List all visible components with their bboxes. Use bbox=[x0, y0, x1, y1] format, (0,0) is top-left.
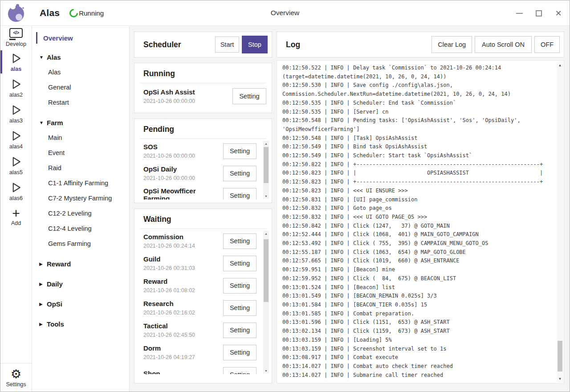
setting-button[interactable]: Setting bbox=[223, 278, 256, 294]
chevron-right-icon: ▶ bbox=[39, 302, 47, 306]
setting-button[interactable]: Setting bbox=[223, 188, 256, 200]
log-line: 00:12:52.444 | INFO | Click (1068, 401) … bbox=[282, 230, 551, 239]
nav-group-header-farm[interactable]: ▼ Farm bbox=[32, 115, 129, 130]
task-row: OpSi Ash Assist 2021-10-26 00:00:00 Sett… bbox=[134, 85, 272, 107]
task-row: Commission 2021-10-26 00:24:14 Setting bbox=[134, 230, 272, 252]
rail-item-alas2[interactable]: alas2 bbox=[0, 75, 32, 101]
setting-button[interactable]: Setting bbox=[223, 166, 256, 181]
log-line: (target=datetime.datetime(2021, 10, 26, … bbox=[282, 73, 551, 82]
nav-item-main[interactable]: Main bbox=[32, 130, 129, 145]
start-button[interactable]: Start bbox=[215, 37, 239, 53]
nav-item-overview[interactable]: Overview bbox=[32, 31, 129, 45]
app-name: Alas bbox=[40, 8, 60, 18]
task-time: 2021-10-26 00:00:00 bbox=[143, 98, 232, 104]
log-line: 00:12:50.832 | INFO | <<< UI GOTO PAGE_O… bbox=[282, 213, 551, 222]
nav-item-label: Raid bbox=[48, 164, 61, 172]
log-viewer[interactable]: 00:12:50.522 | INFO | Delay task `Commis… bbox=[277, 60, 564, 384]
scroll-down-icon[interactable]: ▼ bbox=[557, 376, 563, 382]
task-row: Shop Setting bbox=[134, 363, 272, 374]
log-scrollbar[interactable]: ▲ ▼ bbox=[557, 61, 563, 383]
nav-item-c12-4-leveling[interactable]: C12-4 Leveling bbox=[32, 221, 129, 236]
rail-item-add[interactable]: + Add bbox=[0, 204, 32, 230]
nav-item-restart[interactable]: Restart bbox=[32, 95, 129, 110]
rail-item-develop[interactable]: </> Develop bbox=[0, 26, 32, 49]
alas-logo-icon bbox=[8, 4, 25, 22]
setting-button[interactable]: Setting bbox=[232, 88, 266, 104]
setting-button[interactable]: Setting bbox=[223, 256, 256, 271]
nav-item-label: C12-4 Leveling bbox=[48, 225, 92, 232]
nav-item-raid[interactable]: Raid bbox=[32, 160, 129, 176]
task-name: OpSi Meowfficer Farming bbox=[143, 187, 210, 200]
rail-item-alas3[interactable]: alas3 bbox=[0, 101, 32, 127]
setting-button[interactable]: Setting bbox=[223, 143, 256, 159]
auto-scroll-off-button[interactable]: OFF bbox=[534, 36, 560, 53]
rail-item-label: alas bbox=[11, 66, 21, 72]
scrollbar-thumb[interactable] bbox=[558, 341, 562, 372]
instance-rail: </> Develop alas alas2 alas3 alas4 bbox=[0, 26, 32, 392]
rail-item-alas[interactable]: alas bbox=[0, 49, 32, 75]
nav-item-c7-2-mystery-farming[interactable]: C7-2 Mystery Farming bbox=[32, 191, 129, 206]
log-line: 00:12:50.530 | INFO | Save config ./conf… bbox=[282, 81, 551, 90]
task-time: 2021-10-26 01:08:02 bbox=[143, 287, 223, 294]
scroll-down-icon[interactable]: ▼ bbox=[263, 193, 269, 199]
setting-button[interactable]: Setting bbox=[223, 323, 256, 338]
nav-item-label: Event bbox=[48, 149, 65, 156]
scroll-up-icon[interactable]: ▲ bbox=[557, 62, 563, 68]
log-line: 00:12:50.823 | INFO | +-----------------… bbox=[282, 178, 551, 187]
maximize-button[interactable] bbox=[532, 7, 546, 20]
scrollbar-thumb[interactable] bbox=[264, 239, 269, 302]
setting-button[interactable]: Setting bbox=[223, 233, 256, 249]
nav-group-header-reward[interactable]: ▶ Reward bbox=[32, 256, 129, 271]
play-icon bbox=[9, 78, 23, 91]
log-column: Log Clear Log Auto Scroll ON OFF 00:12:5… bbox=[277, 32, 564, 384]
chevron-down-icon: ▼ bbox=[39, 120, 47, 125]
nav-group-header-daily[interactable]: ▶ Daily bbox=[32, 276, 129, 291]
nav-item-event[interactable]: Event bbox=[32, 145, 129, 160]
nav-item-general[interactable]: General bbox=[32, 80, 129, 95]
rail-item-alas5[interactable]: alas5 bbox=[0, 152, 32, 178]
setting-button[interactable]: Setting bbox=[223, 345, 256, 360]
chevron-right-icon: ▶ bbox=[39, 282, 47, 286]
log-line: 00:12:50.842 | INFO | Click (1247, 37) @… bbox=[282, 222, 551, 231]
scroll-down-icon[interactable]: ▼ bbox=[263, 368, 269, 373]
nav-item-alas[interactable]: Alas bbox=[32, 65, 129, 80]
setting-button[interactable]: Setting bbox=[223, 367, 256, 375]
auto-scroll-on-button[interactable]: Auto Scroll ON bbox=[475, 36, 532, 53]
running-spinner-icon bbox=[68, 7, 80, 19]
rail-item-label: alas2 bbox=[9, 92, 23, 98]
waiting-scrollbar[interactable]: ▲ ▼ bbox=[263, 231, 269, 373]
chevron-down-icon: ▼ bbox=[39, 55, 47, 60]
rail-item-alas6[interactable]: alas6 bbox=[0, 178, 32, 204]
scrollbar-thumb[interactable] bbox=[264, 147, 269, 183]
scheduler-status-text: Running bbox=[79, 9, 104, 17]
task-name: Shop bbox=[143, 370, 210, 374]
scroll-up-icon[interactable]: ▲ bbox=[263, 141, 269, 146]
log-line: 00:12:50.535 | INFO | Scheduler: End tas… bbox=[282, 99, 551, 108]
task-name: OpSi Daily bbox=[143, 165, 210, 173]
log-line: 00:13:14.027 | INFO | Submarine call tim… bbox=[282, 371, 551, 380]
waiting-title: Waiting bbox=[134, 215, 272, 224]
scroll-up-icon[interactable]: ▲ bbox=[263, 231, 269, 236]
rail-item-settings[interactable]: ⚙ Settings bbox=[0, 363, 32, 392]
log-line: 00:13:01.585 | INFO | Combat preparation… bbox=[282, 310, 551, 318]
log-line: 00:13:14.027 | INFO | Combat auto check … bbox=[282, 362, 551, 371]
nav-item-gems-farming[interactable]: Gems Farming bbox=[32, 236, 129, 251]
stop-button[interactable]: Stop bbox=[242, 36, 268, 53]
play-icon bbox=[9, 129, 23, 143]
rail-item-alas4[interactable]: alas4 bbox=[0, 127, 32, 152]
close-button[interactable]: ✕ bbox=[552, 7, 565, 20]
nav-item-c12-2-leveling[interactable]: C12-2 Leveling bbox=[32, 206, 129, 221]
nav-group-opsi: ▶ OpSi bbox=[32, 296, 129, 311]
scheduler-column: Scheduler Start Stop Running OpSi Ash As… bbox=[134, 32, 272, 384]
nav-group-header-tools[interactable]: ▶ Tools bbox=[32, 316, 129, 331]
setting-button[interactable]: Setting bbox=[223, 300, 256, 316]
clear-log-button[interactable]: Clear Log bbox=[432, 36, 472, 53]
nav-item-c1-1-affinity-farming[interactable]: C1-1 Affinity Farming bbox=[32, 176, 129, 191]
minimize-button[interactable] bbox=[513, 7, 526, 20]
pending-scrollbar[interactable]: ▲ ▼ bbox=[263, 141, 269, 199]
nav-group-header-alas[interactable]: ▼ Alas bbox=[32, 49, 129, 65]
log-line: 00:13:03.159 | INFO | Screenshot interva… bbox=[282, 345, 551, 354]
nav-group-header-opsi[interactable]: ▶ OpSi bbox=[32, 296, 129, 311]
task-time: 2021-10-26 00:31:03 bbox=[143, 265, 223, 271]
main-content: Scheduler Start Stop Running OpSi Ash As… bbox=[130, 26, 570, 392]
